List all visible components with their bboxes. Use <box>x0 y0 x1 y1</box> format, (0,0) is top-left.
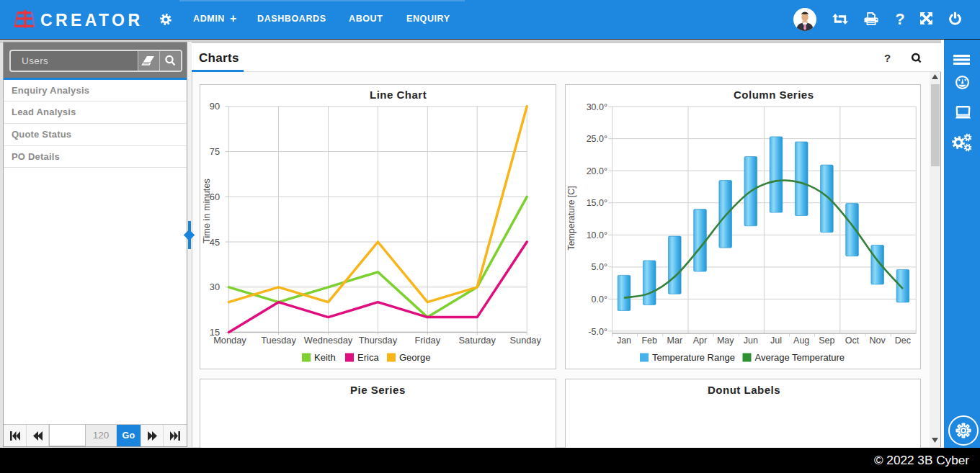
svg-text:Saturday: Saturday <box>459 335 496 346</box>
svg-text:Apr: Apr <box>693 335 707 346</box>
svg-text:25.0°: 25.0° <box>587 134 607 144</box>
svg-text:90: 90 <box>210 101 220 112</box>
svg-text:George: George <box>399 352 430 363</box>
svg-text:-5.0°: -5.0° <box>588 327 607 337</box>
svg-text:Erica: Erica <box>357 352 379 363</box>
svg-text:Wednesday: Wednesday <box>304 335 353 346</box>
svg-text:Temperature [C]: Temperature [C] <box>566 186 576 251</box>
svg-text:Mar: Mar <box>667 335 683 346</box>
svg-text:May: May <box>717 335 734 346</box>
svg-text:5.0°: 5.0° <box>592 262 607 272</box>
svg-text:Friday: Friday <box>415 335 441 346</box>
svg-text:Aug: Aug <box>793 335 809 346</box>
svg-text:Tuesday: Tuesday <box>261 335 296 346</box>
svg-text:10.0°: 10.0° <box>587 230 607 240</box>
svg-text:Jan: Jan <box>617 335 631 346</box>
svg-text:Sunday: Sunday <box>509 335 541 346</box>
svg-text:Thursday: Thursday <box>359 335 398 346</box>
svg-text:Jul: Jul <box>770 335 782 346</box>
svg-text:Feb: Feb <box>641 335 657 346</box>
svg-text:15.0°: 15.0° <box>587 198 607 208</box>
svg-text:Nov: Nov <box>870 335 886 346</box>
svg-text:Time in minutes: Time in minutes <box>201 179 212 243</box>
svg-text:30.0°: 30.0° <box>587 102 607 112</box>
svg-text:0.0°: 0.0° <box>592 294 607 305</box>
svg-text:Keith: Keith <box>314 352 336 363</box>
svg-text:Average Temperature: Average Temperature <box>755 352 845 363</box>
svg-text:75: 75 <box>210 146 220 157</box>
svg-text:Oct: Oct <box>845 335 860 346</box>
svg-text:Dec: Dec <box>895 335 911 346</box>
svg-text:Monday: Monday <box>213 335 246 346</box>
svg-text:Sep: Sep <box>819 335 834 346</box>
svg-text:Temperature Range: Temperature Range <box>652 352 735 363</box>
svg-text:20.0°: 20.0° <box>587 166 607 176</box>
svg-text:30: 30 <box>210 281 220 292</box>
svg-text:Jun: Jun <box>744 335 758 346</box>
